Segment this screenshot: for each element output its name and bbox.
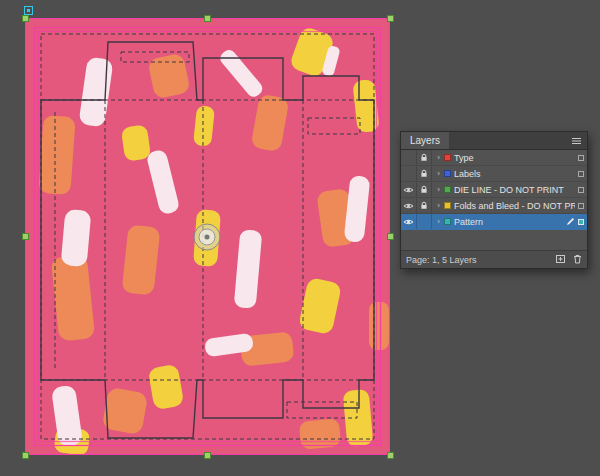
lock-toggle[interactable]: [417, 150, 432, 165]
selection-handle-mid-right[interactable]: [387, 233, 394, 240]
disclosure-triangle[interactable]: ›: [434, 185, 443, 194]
selection-handle-bottom-left[interactable]: [22, 452, 29, 459]
panel-menu-icon[interactable]: [566, 132, 587, 149]
layer-color-chip: [444, 170, 451, 177]
layer-target-square[interactable]: [578, 155, 584, 161]
layers-panel: Layers › Type ›: [400, 131, 588, 269]
visibility-toggle[interactable]: [401, 182, 417, 197]
layer-color-chip: [444, 186, 451, 193]
layer-row-labels[interactable]: › Labels: [401, 166, 587, 182]
panel-status-bar: Page: 1, 5 Layers: [401, 250, 587, 268]
page-layer-count: Page: 1, 5 Layers: [406, 255, 477, 265]
layer-row-type[interactable]: › Type: [401, 150, 587, 166]
selection-handle-bottom-right[interactable]: [387, 452, 394, 459]
layer-target-square[interactable]: [578, 219, 584, 225]
visibility-toggle[interactable]: [401, 198, 417, 213]
lock-toggle[interactable]: [417, 166, 432, 181]
selection-handle-top-right[interactable]: [387, 15, 394, 22]
layer-name: Folds and Bleed - DO NOT PRINT: [454, 201, 575, 211]
layer-color-chip: [444, 202, 451, 209]
panel-empty-area: [401, 230, 587, 250]
selection-handle-top-center[interactable]: [204, 15, 211, 22]
visibility-toggle[interactable]: [401, 214, 417, 229]
layer-row-pattern[interactable]: › Pattern: [401, 214, 587, 230]
lock-toggle[interactable]: [417, 214, 432, 229]
disclosure-triangle[interactable]: ›: [434, 169, 443, 178]
layer-color-chip: [444, 218, 451, 225]
selection-handle-bottom-center[interactable]: [204, 452, 211, 459]
layer-target-square[interactable]: [578, 187, 584, 193]
selection-handle-mid-left[interactable]: [22, 233, 29, 240]
visibility-toggle[interactable]: [401, 150, 417, 165]
layer-row-folds-bleed[interactable]: › Folds and Bleed - DO NOT PRINT: [401, 198, 587, 214]
layer-color-chip: [444, 154, 451, 161]
lock-toggle[interactable]: [417, 198, 432, 213]
visibility-toggle[interactable]: [401, 166, 417, 181]
disclosure-triangle[interactable]: ›: [434, 217, 443, 226]
active-layer-pen-icon: [566, 217, 575, 226]
layer-name: DIE LINE - DO NOT PRINT: [454, 185, 575, 195]
delete-layer-button[interactable]: [573, 254, 582, 266]
layer-row-die-line[interactable]: › DIE LINE - DO NOT PRINT: [401, 182, 587, 198]
selection-handle-top-left[interactable]: [22, 15, 29, 22]
tab-layers[interactable]: Layers: [401, 132, 449, 149]
layer-name: Pattern: [454, 217, 563, 227]
registration-mark: [194, 224, 220, 250]
layer-name: Type: [454, 153, 575, 163]
disclosure-triangle[interactable]: ›: [434, 201, 443, 210]
lock-toggle[interactable]: [417, 182, 432, 197]
layer-target-square[interactable]: [578, 171, 584, 177]
artboard[interactable]: [25, 18, 390, 455]
new-layer-button[interactable]: [555, 254, 566, 266]
pasteboard[interactable]: Layers › Type ›: [0, 0, 600, 476]
artboard-canvas[interactable]: [25, 18, 390, 455]
layer-list: › Type › Labels: [401, 150, 587, 230]
layer-name: Labels: [454, 169, 575, 179]
layer-target-square[interactable]: [578, 203, 584, 209]
panel-tab-bar: Layers: [401, 132, 587, 150]
disclosure-triangle[interactable]: ›: [434, 153, 443, 162]
